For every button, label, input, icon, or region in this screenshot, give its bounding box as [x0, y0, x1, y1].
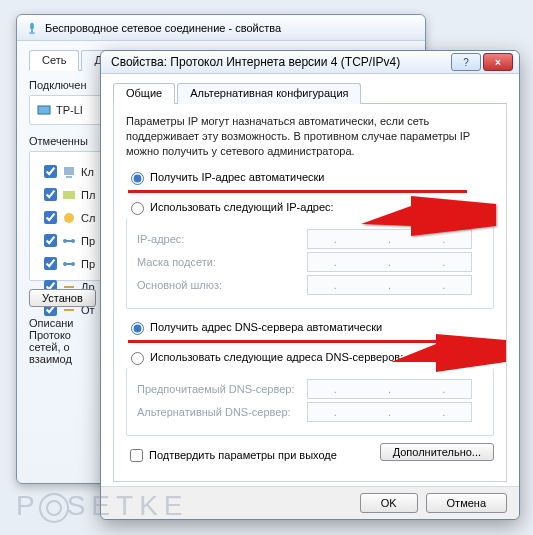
radio-label: Использовать следующие адреса DNS-сервер…: [150, 351, 403, 363]
radio-input[interactable]: [131, 202, 144, 215]
svg-rect-3: [38, 106, 50, 114]
checkbox[interactable]: [44, 165, 57, 178]
radio-label: Получить IP-адрес автоматически: [150, 171, 324, 183]
protocol-icon: [61, 233, 77, 249]
radio-dns-manual[interactable]: Использовать следующие адреса DNS-сервер…: [126, 349, 494, 365]
confirm-label: Подтвердить параметры при выходе: [149, 449, 337, 461]
protocol-icon: [61, 256, 77, 272]
checkbox[interactable]: [44, 188, 57, 201]
svg-rect-14: [64, 286, 74, 288]
front-title: Свойства: Протокол Интернета версии 4 (T…: [111, 55, 449, 69]
install-button[interactable]: Установ: [29, 289, 96, 307]
highlight-underline: [128, 190, 467, 193]
tab-network[interactable]: Сеть: [29, 50, 79, 71]
svg-rect-15: [64, 309, 74, 311]
highlight-underline: [128, 340, 467, 343]
front-tabs: Общие Альтернативная конфигурация: [113, 82, 507, 104]
mask-input[interactable]: ...: [307, 252, 472, 272]
front-titlebar[interactable]: Свойства: Протокол Интернета версии 4 (T…: [101, 51, 519, 74]
radio-dns-auto[interactable]: Получить адрес DNS-сервера автоматически: [126, 319, 494, 335]
svg-rect-2: [29, 32, 34, 33]
back-titlebar[interactable]: Беспроводное сетевое соединение - свойст…: [17, 15, 425, 41]
adapter-name: TP-LI: [56, 104, 83, 116]
ipv4-properties-dialog: Свойства: Протокол Интернета версии 4 (T…: [100, 50, 520, 520]
svg-point-9: [63, 239, 67, 243]
adapter-icon: [36, 102, 52, 118]
panel-description: Параметры IP могут назначаться автоматич…: [126, 114, 494, 159]
cancel-button[interactable]: Отмена: [426, 493, 507, 513]
svg-point-10: [71, 239, 75, 243]
tab-alt-config[interactable]: Альтернативная конфигурация: [177, 83, 361, 104]
gateway-input[interactable]: ...: [307, 275, 472, 295]
radio-input[interactable]: [131, 322, 144, 335]
dns-fields-group: Предпочитаемый DNS-сервер: ... Альтернат…: [126, 368, 494, 436]
ip-fields-group: IP-адрес: ... Маска подсети: ... Основно…: [126, 218, 494, 309]
svg-point-7: [64, 213, 74, 223]
field-dns-pref: Предпочитаемый DNS-сервер: ...: [137, 379, 483, 399]
field-mask: Маска подсети: ...: [137, 252, 483, 272]
client-icon: [61, 164, 77, 180]
back-title: Беспроводное сетевое соединение - свойст…: [45, 22, 281, 34]
field-gateway: Основной шлюз: ...: [137, 275, 483, 295]
checkbox[interactable]: [44, 211, 57, 224]
watermark: PSETKE: [16, 490, 189, 523]
svg-point-12: [63, 262, 67, 266]
dns-pref-input[interactable]: ...: [307, 379, 472, 399]
network-icon: [25, 21, 39, 35]
service-icon: [61, 210, 77, 226]
field-dns-alt: Альтернативный DNS-сервер: ...: [137, 402, 483, 422]
radio-ip-manual[interactable]: Использовать следующий IP-адрес:: [126, 199, 494, 215]
confirm-checkbox[interactable]: [130, 449, 143, 462]
close-button[interactable]: ×: [483, 53, 513, 71]
help-button[interactable]: ?: [451, 53, 481, 71]
radio-input[interactable]: [131, 172, 144, 185]
svg-rect-6: [63, 191, 75, 199]
tab-general[interactable]: Общие: [113, 83, 175, 104]
ok-button[interactable]: OK: [360, 493, 418, 513]
radio-input[interactable]: [131, 352, 144, 365]
radio-label: Получить адрес DNS-сервера автоматически: [150, 321, 382, 333]
ring-icon: [39, 493, 69, 523]
field-ip: IP-адрес: ...: [137, 229, 483, 249]
checkbox[interactable]: [44, 234, 57, 247]
scheduler-icon: [61, 187, 77, 203]
dns-alt-input[interactable]: ...: [307, 402, 472, 422]
svg-point-13: [71, 262, 75, 266]
radio-label: Использовать следующий IP-адрес:: [150, 201, 334, 213]
svg-rect-0: [30, 22, 34, 29]
radio-ip-auto[interactable]: Получить IP-адрес автоматически: [126, 169, 494, 185]
svg-rect-1: [31, 29, 33, 32]
svg-rect-5: [66, 176, 72, 178]
advanced-button[interactable]: Дополнительно...: [380, 443, 494, 461]
checkbox[interactable]: [44, 257, 57, 270]
general-panel: Параметры IP могут назначаться автоматич…: [113, 104, 507, 482]
svg-rect-4: [64, 167, 74, 175]
ip-input[interactable]: ...: [307, 229, 472, 249]
